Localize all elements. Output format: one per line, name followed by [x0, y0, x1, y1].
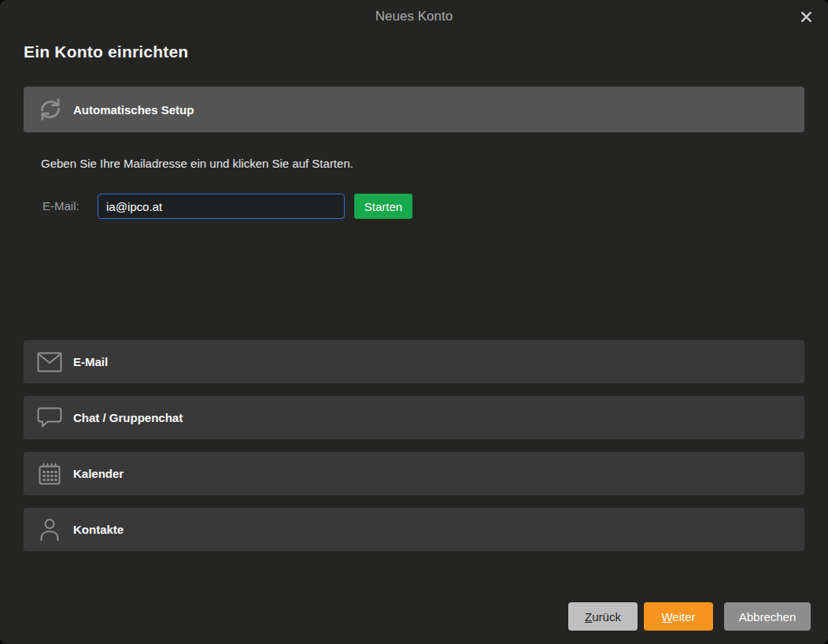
- close-icon: [800, 11, 812, 23]
- account-type-label: Kontakte: [73, 523, 124, 536]
- account-type-email[interactable]: E-Mail: [24, 340, 804, 383]
- start-button[interactable]: Starten: [354, 194, 412, 219]
- account-type-contacts[interactable]: Kontakte: [24, 508, 804, 551]
- dialog-titlebar: Neues Konto: [0, 0, 828, 35]
- next-label-rest: eiter: [672, 610, 695, 624]
- sync-icon: [36, 96, 65, 123]
- back-accesskey: Z: [585, 610, 592, 624]
- email-label: E-Mail:: [43, 199, 79, 213]
- setup-instruction: Geben Sie Ihre Mailadresse ein und klick…: [41, 157, 353, 170]
- person-icon: [36, 518, 63, 542]
- new-account-dialog: Neues Konto Ein Konto einrichten: [0, 0, 828, 644]
- account-type-list: E-Mail Chat / Gruppenchat: [24, 340, 804, 564]
- chat-bubble-icon: [36, 407, 63, 429]
- cancel-button[interactable]: Abbrechen: [724, 602, 811, 631]
- account-type-label: Kalender: [73, 467, 124, 480]
- envelope-icon: [36, 352, 63, 372]
- email-input[interactable]: [98, 194, 345, 219]
- auto-setup-label: Automatisches Setup: [73, 103, 194, 117]
- back-button[interactable]: Zurück: [568, 602, 638, 631]
- account-type-calendar[interactable]: Kalender: [24, 452, 804, 495]
- email-row: E-Mail: Starten: [0, 194, 828, 219]
- dialog-title: Neues Konto: [0, 9, 828, 24]
- screen: Neues Konto Ein Konto einrichten: [0, 0, 828, 644]
- dialog-footer: Zurück Weiter Abbrechen: [568, 602, 811, 631]
- back-label-rest: urück: [592, 610, 621, 624]
- next-button[interactable]: Weiter: [644, 602, 713, 631]
- page-title: Ein Konto einrichten: [24, 43, 188, 61]
- account-type-label: E-Mail: [73, 355, 108, 368]
- calendar-icon: [36, 462, 63, 486]
- auto-setup-header[interactable]: Automatisches Setup: [24, 87, 804, 132]
- next-accesskey: W: [661, 610, 672, 624]
- account-type-label: Chat / Gruppenchat: [73, 411, 183, 424]
- close-button[interactable]: [795, 6, 817, 27]
- account-type-chat[interactable]: Chat / Gruppenchat: [24, 396, 804, 439]
